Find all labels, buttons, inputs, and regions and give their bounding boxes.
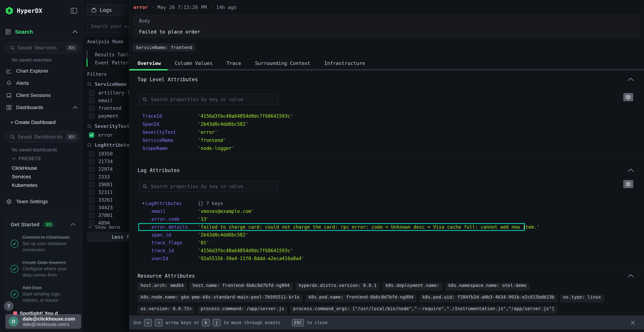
chevron-up-icon[interactable] — [70, 223, 76, 226]
caret-down-icon[interactable]: ▾ — [142, 201, 146, 206]
checkbox[interactable] — [89, 182, 94, 187]
attribute-value[interactable]: "2b43d0c4dd6bc582" — [198, 122, 248, 127]
log-attributes-search-input[interactable] — [150, 184, 274, 189]
search-icon[interactable] — [87, 124, 92, 128]
attribute-key[interactable]: error.details — [142, 224, 198, 230]
attribute-key[interactable]: ScopeName — [142, 146, 198, 151]
filter-option[interactable]: payment — [89, 112, 136, 120]
get-started-step[interactable]: Connect to ClickHouse Set up your databa… — [10, 234, 76, 253]
resource-tag[interactable]: hyperdx.distro.version: 0.8.1 — [296, 283, 380, 291]
filter-option[interactable]: artillery-loa — [89, 89, 136, 96]
checkbox[interactable] — [89, 106, 94, 111]
checkbox[interactable] — [89, 113, 94, 118]
log-attributes-root-row[interactable]: ▾ LogAttributes {} 7 keys — [142, 199, 633, 207]
checkbox[interactable] — [89, 151, 94, 156]
attribute-value[interactable]: "error" — [198, 130, 218, 135]
saved-searches-input[interactable]: Saved Searches ⌘K — [5, 42, 80, 53]
attribute-value[interactable]: "frontend" — [198, 138, 226, 143]
attribute-value[interactable]: "node-logger" — [198, 146, 234, 151]
get-started-step[interactable]: Add Data Start sending logs, metrics, or… — [10, 284, 76, 304]
resource-tag[interactable]: k8s.deployment.name: — [382, 283, 442, 291]
resource-tag[interactable]: k8s.node.name: gke-pme-k8s-standard-main… — [138, 294, 302, 302]
resource-tag[interactable]: k8s.namespace.name: otel-demo — [445, 283, 530, 291]
filter-option[interactable]: 21734 — [89, 158, 113, 165]
checkbox[interactable] — [89, 205, 94, 210]
top-level-search-input[interactable] — [150, 96, 274, 102]
filter-option[interactable]: 29081 — [89, 181, 113, 188]
create-dashboard-button[interactable]: + Create Dashboard — [10, 120, 56, 125]
log-attributes-settings-button[interactable] — [623, 180, 633, 188]
resource-tag[interactable]: os.type: linux — [560, 294, 604, 302]
attribute-value[interactable]: "13" — [198, 216, 209, 222]
attribute-key[interactable]: ServiceName — [142, 138, 198, 143]
attribute-key[interactable]: span_id — [142, 232, 198, 238]
sidebar-item-team-settings[interactable]: Team Settings — [0, 197, 82, 206]
checkbox[interactable] — [89, 159, 94, 164]
tab[interactable]: Infrastructure — [324, 60, 365, 66]
checkbox[interactable] — [89, 174, 94, 180]
filter-option[interactable]: 32311 — [89, 188, 113, 196]
attribute-key[interactable]: trace_flags — [142, 240, 198, 246]
close-icon[interactable] — [629, 319, 637, 327]
attribute-key[interactable]: SpanId — [142, 122, 198, 127]
preset-dashboard-item[interactable]: ClickHouse — [0, 164, 82, 172]
attribute-value[interactable]: "92a55156-39a4-11f0-8ddd-a2eca416a8a4" — [198, 256, 304, 261]
preset-dashboard-item[interactable]: Services — [0, 172, 82, 181]
show-more-toggle[interactable]: Show more — [88, 224, 120, 230]
sidebar-item-alerts[interactable]: Alerts — [0, 77, 82, 89]
sidebar-item-chart-explorer[interactable]: Chart Explorer — [0, 65, 82, 77]
attribute-key[interactable]: SeverityText — [142, 130, 198, 135]
filter-option[interactable]: 37801 — [89, 212, 113, 219]
attribute-key[interactable]: error.code — [142, 216, 198, 222]
resource-tag[interactable]: process.command_args: ["/usr/local/bin/n… — [290, 306, 558, 314]
resource-tag[interactable]: k8s.pod.uid: f284fb2d-a0b3-4634-991b-e2c… — [419, 294, 558, 302]
sidebar-item-dashboards[interactable]: Dashboards — [0, 102, 82, 114]
top-level-settings-button[interactable] — [623, 93, 633, 101]
chevron-up-icon[interactable] — [73, 106, 78, 109]
attribute-value[interactable]: "2b43d0c4dd6bc582" — [198, 232, 248, 238]
filter-option[interactable]: 34423 — [89, 204, 113, 212]
checkbox[interactable] — [89, 190, 94, 195]
service-name-tag[interactable]: ServiceName: frontend — [132, 44, 196, 52]
collapse-section-icon[interactable] — [628, 274, 634, 278]
resource-tag[interactable]: host.name: frontend-6b6c8d7bfd-ng894 — [190, 283, 293, 291]
help-button[interactable]: ? — [4, 301, 14, 311]
attribute-value[interactable]: "failed to charge card: could not charge… — [198, 224, 540, 230]
checkbox[interactable] — [89, 197, 94, 203]
search-icon[interactable] — [87, 82, 92, 86]
attribute-value[interactable]: "01" — [198, 240, 209, 246]
checkbox[interactable] — [89, 213, 94, 218]
preset-dashboard-item[interactable]: Kubernetes — [0, 181, 82, 190]
chevron-up-icon[interactable] — [72, 30, 78, 34]
attribute-key[interactable]: TraceId — [142, 114, 198, 119]
tab[interactable]: Surrounding Context — [255, 60, 310, 66]
collapse-section-icon[interactable] — [628, 168, 634, 172]
tab[interactable]: Overview — [138, 60, 161, 66]
collapse-section-icon[interactable] — [628, 77, 634, 82]
resource-tag[interactable]: k8s.pod.name: frontend-6b6c8d7bfd-ng894 — [305, 294, 416, 302]
resource-tag[interactable]: host.arch: amd64 — [138, 283, 187, 291]
attribute-key[interactable]: LogAttributes — [146, 201, 198, 206]
resource-tag[interactable]: os.version: 6.6.72+ — [138, 306, 195, 314]
attribute-value[interactable]: "4156d3fbc40a64854d9dc7f68641593c" — [198, 248, 293, 253]
user-menu[interactable]: D dale@clickhouse.com dale@clickhouse.co… — [5, 314, 81, 329]
checkbox[interactable] — [89, 166, 94, 172]
attribute-value[interactable]: "4156d3fbc40a64854d9dc7f68641593c" — [198, 114, 293, 119]
get-started-step[interactable]: Create Data Sources Configure where your… — [10, 260, 76, 278]
filter-option[interactable]: error — [89, 131, 113, 139]
tab[interactable]: Column Values — [175, 60, 212, 66]
attribute-value[interactable]: "vmoses@example.com" — [198, 208, 254, 214]
saved-dashboards-input[interactable]: Saved Dashboards ⌘K — [5, 132, 80, 142]
filter-option[interactable]: 2333 — [89, 173, 113, 181]
filter-option[interactable]: 19350 — [89, 150, 113, 158]
filter-option[interactable]: email — [89, 96, 136, 104]
sidebar-item-search[interactable]: Search — [5, 27, 78, 37]
presets-toggle[interactable]: PRESETS — [12, 156, 41, 161]
search-icon[interactable] — [87, 143, 92, 148]
sidebar-item-client-sessions[interactable]: Client Sessions — [0, 89, 82, 102]
attribute-key[interactable]: userId — [142, 256, 198, 261]
resource-tag[interactable]: process.command: /app/server.js — [198, 306, 287, 314]
filter-option[interactable]: 33261 — [89, 196, 113, 204]
filter-option[interactable]: frontend — [89, 104, 136, 112]
attribute-key[interactable]: trace_id — [142, 248, 198, 253]
